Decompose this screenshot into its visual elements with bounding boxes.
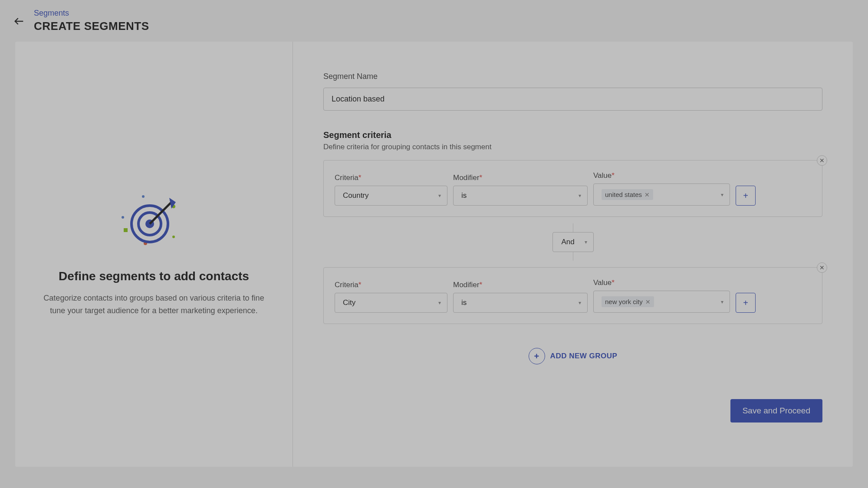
close-icon: ✕ <box>819 264 825 271</box>
chevron-down-icon: ▾ <box>579 300 581 306</box>
connector: And ▾ <box>323 223 822 261</box>
criteria-label: Criteria* <box>335 174 447 182</box>
chevron-down-icon: ▾ <box>438 193 441 199</box>
add-new-group-button[interactable]: + ADD NEW GROUP <box>529 348 618 364</box>
svg-point-6 <box>172 236 175 238</box>
info-panel: Define segments to add contacts Categori… <box>15 42 293 467</box>
plus-icon: + <box>743 298 748 308</box>
chevron-down-icon: ▾ <box>579 193 581 199</box>
modifier-select[interactable]: is ▾ <box>453 293 588 313</box>
remove-tag-icon[interactable]: ✕ <box>644 191 650 198</box>
plus-icon: + <box>743 191 748 201</box>
add-criteria-button[interactable]: + <box>736 186 756 206</box>
remove-tag-icon[interactable]: ✕ <box>645 298 651 305</box>
svg-rect-4 <box>124 228 128 232</box>
page-title: CREATE SEGMENTS <box>34 20 149 33</box>
target-illustration <box>115 191 193 252</box>
close-icon: ✕ <box>819 157 825 164</box>
chevron-down-icon: ▾ <box>721 192 723 198</box>
add-criteria-button[interactable]: + <box>736 293 756 313</box>
svg-point-3 <box>122 216 124 219</box>
back-arrow-icon[interactable] <box>13 15 25 30</box>
plus-circle-icon: + <box>529 348 545 364</box>
value-label: Value* <box>593 278 730 287</box>
value-tag: united states ✕ <box>602 189 653 200</box>
value-label: Value* <box>593 171 730 180</box>
chevron-down-icon: ▾ <box>721 299 723 305</box>
criteria-select[interactable]: City ▾ <box>335 293 447 313</box>
criteria-group: ✕ Criteria* City ▾ Modifier* <box>323 267 822 324</box>
criteria-label: Criteria* <box>335 281 447 289</box>
chevron-down-icon: ▾ <box>585 239 587 245</box>
modifier-label: Modifier* <box>453 281 588 289</box>
connector-select[interactable]: And ▾ <box>552 232 594 252</box>
svg-point-1 <box>142 195 145 198</box>
modifier-label: Modifier* <box>453 174 588 182</box>
info-description: Categorize contacts into groups based on… <box>39 292 269 317</box>
save-and-proceed-button[interactable]: Save and Proceed <box>730 399 822 422</box>
info-heading: Define segments to add contacts <box>59 269 249 283</box>
chevron-down-icon: ▾ <box>438 300 441 306</box>
modifier-select[interactable]: is ▾ <box>453 186 588 206</box>
criteria-group: ✕ Criteria* Country ▾ Modifier* <box>323 160 822 217</box>
remove-group-button[interactable]: ✕ <box>817 155 827 166</box>
value-tag: new york city ✕ <box>602 296 654 307</box>
segment-name-input[interactable] <box>323 88 822 111</box>
value-select[interactable]: united states ✕ ▾ <box>593 183 730 206</box>
criteria-description: Define criteria for grouping contacts in… <box>323 143 822 151</box>
breadcrumb-segments[interactable]: Segments <box>34 9 149 18</box>
criteria-select[interactable]: Country ▾ <box>335 186 447 206</box>
segment-name-label: Segment Name <box>323 72 822 81</box>
remove-group-button[interactable]: ✕ <box>817 262 827 273</box>
value-select[interactable]: new york city ✕ ▾ <box>593 291 730 313</box>
criteria-heading: Segment criteria <box>323 130 822 140</box>
